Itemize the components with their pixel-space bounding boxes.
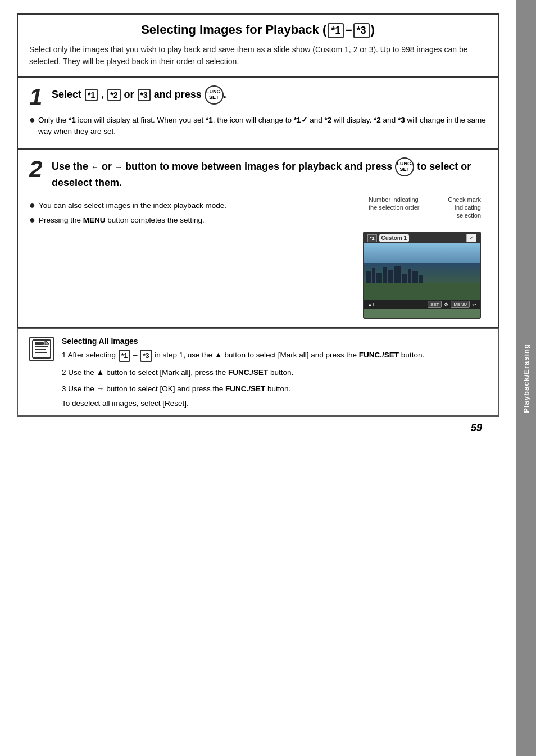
- step2-bullets: ● You can also select images in the inde…: [29, 200, 352, 227]
- b1-icon3: *1✓: [294, 116, 308, 124]
- step1-section: 1 Select *1 , *2 or *3 and press FUNC.SE…: [17, 78, 499, 150]
- menu-button: MENU: [451, 301, 470, 308]
- line-left: [379, 221, 379, 229]
- intro-text: Select only the images that you wish to …: [29, 44, 487, 67]
- side-tab: Playback/Erasing: [516, 0, 536, 756]
- step1-bullets: ● Only the *1 icon will display at first…: [29, 115, 487, 138]
- camera-screen-top: *1 Custom 1 ✓: [364, 233, 480, 243]
- bottom-left-icon: ▲L: [367, 302, 375, 307]
- icon-c2: *3: [353, 23, 370, 38]
- title-section: Selecting Images for Playback (*1–*3) Se…: [17, 13, 499, 78]
- b1-icon4: *2: [325, 116, 332, 124]
- svg-rect-3: [35, 349, 46, 350]
- step2-left: ● You can also select images in the inde…: [29, 196, 352, 319]
- step1-icon2: *2: [107, 89, 120, 101]
- note-icon: [29, 337, 54, 361]
- step2-number: 2: [29, 157, 46, 181]
- note-item-3: 3 Use the → button to select [OK] and pr…: [62, 383, 487, 395]
- annotation-check: Check mark indicating selection: [430, 196, 481, 220]
- camera-screen-bottom: ▲L SET ⚙ MENU ↩: [364, 300, 480, 309]
- page-title: Selecting Images for Playback (*1–*3): [29, 22, 487, 38]
- title-dash: –: [345, 22, 352, 37]
- set-button: SET: [428, 301, 442, 308]
- b1-icon1: *1: [69, 116, 76, 124]
- note-section: Selecting All Images 1 After selecting *…: [17, 328, 499, 417]
- step2-bullet1-text: You can also select images in the index …: [39, 200, 226, 211]
- note-footer: To deselect all images, select [Reset].: [62, 399, 487, 408]
- note-svg-icon: [31, 339, 52, 359]
- title-text: Selecting Images for Playback (: [141, 22, 326, 37]
- page-number: 59: [17, 417, 499, 434]
- step1-icon1: *1: [85, 89, 98, 101]
- step2-bullet2: ● Pressing the MENU button completes the…: [29, 215, 352, 226]
- sky-area: [364, 243, 480, 263]
- note-item-1: 1 After selecting *1 – *3 in step 1, use…: [62, 349, 487, 361]
- back-icon: ↩: [472, 302, 476, 307]
- step1-icon3: *3: [138, 89, 151, 101]
- screen-icon-label: *1: [367, 234, 377, 242]
- icon-c1: *1: [328, 23, 344, 38]
- note-title: Selecting All Images: [62, 337, 487, 346]
- note-content: Selecting All Images 1 After selecting *…: [62, 337, 487, 408]
- buildings: [364, 263, 480, 283]
- note-icon2: *3: [140, 350, 152, 362]
- step1-number: 1: [29, 85, 46, 109]
- up-arrow-1: ▲: [215, 350, 222, 359]
- b1-icon5: *2: [374, 116, 381, 124]
- ground-area: [364, 283, 480, 300]
- b1-icon2: *1: [206, 116, 213, 124]
- func-set-btn-step1: FUNC.SET: [205, 85, 224, 105]
- step1-header: 1 Select *1 , *2 or *3 and press FUNC.SE…: [29, 85, 487, 109]
- annotation-number: Number indicating the selection order: [369, 196, 422, 220]
- building-area: [364, 263, 480, 283]
- camera-image: [364, 243, 480, 300]
- camera-bottom-icons: SET ⚙ MENU ↩: [428, 301, 476, 308]
- title-close: ): [371, 22, 375, 37]
- step2-section: 2 Use the ← or → button to move between …: [17, 150, 499, 328]
- step2-header: 2 Use the ← or → button to move between …: [29, 157, 487, 189]
- svg-rect-4: [35, 352, 47, 353]
- step2-title: Use the ← or → button to move between im…: [52, 157, 487, 189]
- svg-rect-2: [35, 346, 48, 347]
- note-item-2: 2 Use the ▲ button to select [Mark all],…: [62, 366, 487, 378]
- custom-badge: Custom 1: [379, 234, 410, 242]
- svg-marker-5: [45, 340, 49, 345]
- check-mark-box: ✓: [466, 234, 476, 242]
- step1-title: Select *1 , *2 or *3 and press FUNC.SET.: [52, 85, 226, 105]
- func-set-btn-step2: FUNC.SET: [395, 157, 414, 176]
- b1-icon6: *3: [398, 116, 405, 124]
- up-arrow-2: ▲: [97, 368, 105, 377]
- step2-content: ● You can also select images in the inde…: [29, 196, 487, 319]
- step2-bullet1: ● You can also select images in the inde…: [29, 200, 352, 211]
- side-tab-text: Playback/Erasing: [522, 343, 530, 413]
- camera-screen: *1 Custom 1 ✓: [363, 232, 481, 319]
- step2-right: Number indicating the selection order Ch…: [363, 196, 487, 319]
- left-arrow: ←: [91, 162, 99, 171]
- line-right: [476, 221, 476, 229]
- right-arrow: →: [115, 162, 122, 171]
- step1-bullet1: ● Only the *1 icon will display at first…: [29, 115, 487, 138]
- right-arrow-note: →: [97, 384, 105, 393]
- note-icon1: *1: [119, 350, 130, 362]
- annotation-lines: [363, 221, 487, 229]
- gear-icon: ⚙: [444, 302, 448, 307]
- svg-rect-0: [33, 340, 51, 358]
- svg-rect-1: [35, 342, 44, 345]
- annotations: Number indicating the selection order Ch…: [363, 196, 487, 220]
